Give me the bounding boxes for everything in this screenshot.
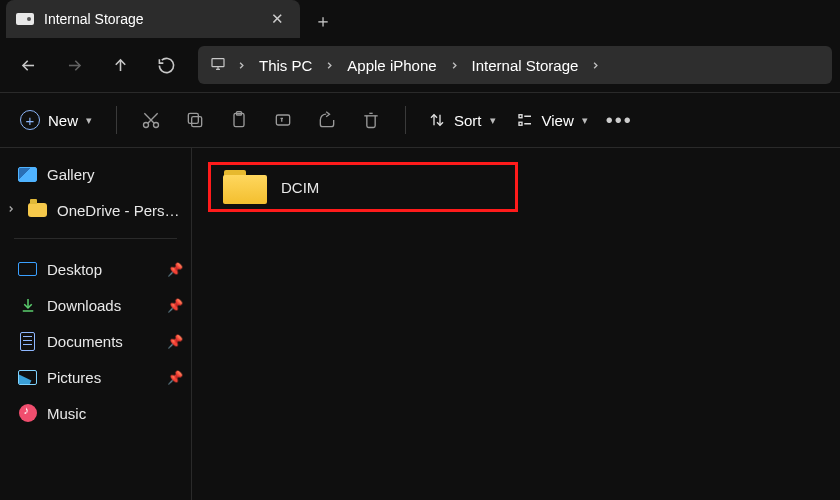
sidebar-item-label: Desktop [47,261,157,278]
divider [14,238,177,239]
sidebar-item-label: OneDrive - Personal [57,202,183,219]
chevron-down-icon: ▾ [490,114,496,127]
pin-icon: 📌 [167,298,183,313]
svg-point-2 [154,123,159,128]
pin-icon: 📌 [167,334,183,349]
sidebar: Gallery OneDrive - Personal Desktop 📌 Do… [0,148,192,500]
toolbar: + New ▾ Sort ▾ View ▾ ••• [0,93,840,147]
new-tab-button[interactable]: ＋ [306,4,340,38]
up-button[interactable] [100,45,140,85]
share-button[interactable] [305,100,349,140]
divider [116,106,117,134]
delete-button[interactable] [349,100,393,140]
address-bar[interactable]: This PC Apple iPhone Internal Storage [198,46,832,84]
body: Gallery OneDrive - Personal Desktop 📌 Do… [0,148,840,500]
svg-rect-8 [519,115,522,118]
new-button[interactable]: + New ▾ [12,104,104,136]
svg-rect-0 [212,58,224,66]
content-pane[interactable]: DCIM [192,148,840,500]
sidebar-item-label: Documents [47,333,157,350]
chevron-right-icon [322,60,337,71]
gallery-icon [18,165,37,184]
chevron-down-icon: ▾ [582,114,588,127]
sidebar-item-downloads[interactable]: Downloads 📌 [0,287,191,323]
tab-title: Internal Storage [44,11,257,27]
copy-button[interactable] [173,100,217,140]
breadcrumb-seg-0[interactable]: This PC [255,57,316,74]
svg-rect-4 [188,113,198,123]
sidebar-item-label: Downloads [47,297,157,314]
refresh-button[interactable] [146,45,186,85]
sidebar-item-pictures[interactable]: Pictures 📌 [0,359,191,395]
plus-circle-icon: + [20,110,40,130]
breadcrumb-seg-2[interactable]: Internal Storage [468,57,583,74]
chevron-right-icon[interactable] [4,203,18,217]
close-tab-button[interactable]: ✕ [267,8,288,30]
sidebar-item-label: Music [47,405,183,422]
rename-button[interactable] [261,100,305,140]
sidebar-item-label: Pictures [47,369,157,386]
titlebar: Internal Storage ✕ ＋ [0,0,840,38]
sort-button[interactable]: Sort ▾ [418,105,506,135]
sidebar-item-gallery[interactable]: Gallery [0,156,191,192]
desktop-icon [18,260,37,279]
chevron-right-icon [588,60,603,71]
back-button[interactable] [8,45,48,85]
divider [405,106,406,134]
pin-icon: 📌 [167,262,183,277]
paste-button[interactable] [217,100,261,140]
chevron-right-icon [447,60,462,71]
more-button[interactable]: ••• [598,109,641,132]
folder-item-dcim[interactable]: DCIM [208,162,518,212]
svg-point-1 [144,123,149,128]
nav-row: This PC Apple iPhone Internal Storage [0,38,840,92]
cut-button[interactable] [129,100,173,140]
sort-label: Sort [454,112,482,129]
svg-rect-9 [519,122,522,125]
view-label: View [542,112,574,129]
sidebar-item-onedrive[interactable]: OneDrive - Personal [0,192,191,228]
sidebar-item-documents[interactable]: Documents 📌 [0,323,191,359]
download-icon [18,296,37,315]
folder-name: DCIM [281,179,319,196]
folder-icon [28,201,47,220]
drive-icon [16,13,34,25]
new-label: New [48,112,78,129]
breadcrumb-seg-1[interactable]: Apple iPhone [343,57,440,74]
view-button[interactable]: View ▾ [506,105,598,135]
chevron-down-icon: ▾ [86,114,92,127]
document-icon [18,332,37,351]
sidebar-item-music[interactable]: Music [0,395,191,431]
this-pc-icon [208,56,228,75]
pin-icon: 📌 [167,370,183,385]
chevron-right-icon [234,60,249,71]
svg-rect-3 [192,117,202,127]
picture-icon [18,368,37,387]
music-icon [18,404,37,423]
sidebar-item-desktop[interactable]: Desktop 📌 [0,251,191,287]
window-tab[interactable]: Internal Storage ✕ [6,0,300,38]
forward-button[interactable] [54,45,94,85]
folder-icon [223,170,267,204]
sidebar-item-label: Gallery [47,166,183,183]
svg-rect-7 [276,115,289,125]
